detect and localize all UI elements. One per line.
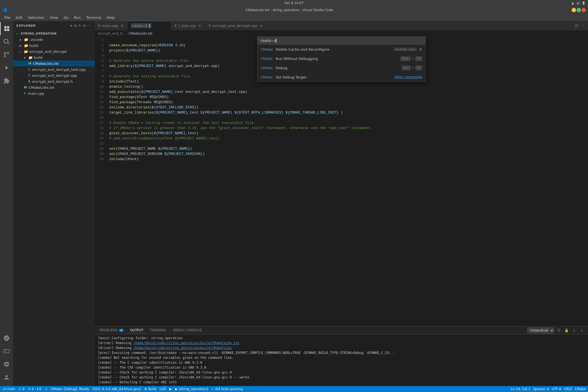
- activity-extensions[interactable]: [0, 74, 13, 87]
- status-language[interactable]: CMake: [575, 387, 586, 391]
- line-numbers: 1 2 3 4 5 6 7 8 9 10 11 12 13 14 15 16 1…: [95, 36, 107, 326]
- menu-file[interactable]: File: [2, 15, 13, 20]
- other-commands-link[interactable]: other commands: [394, 75, 422, 79]
- tab-encrypt-cpp[interactable]: C encrypt_and_decrypt.cpp ×: [206, 21, 267, 30]
- panel-close-btn[interactable]: ×: [579, 327, 585, 333]
- main-cpp-icon: C: [24, 92, 26, 95]
- activity-source-control[interactable]: [0, 48, 13, 61]
- settings-gear-icon: [3, 361, 10, 367]
- split-editor-button[interactable]: ⊟: [573, 22, 580, 29]
- cmake-status-label: CMake: [Debug]: Ready: [51, 387, 89, 391]
- cmd1-name-text: Delete Cache and Reconfigure: [276, 47, 330, 51]
- command-palette[interactable]: cmake:d CMake: Delete Cache and Reconfig…: [257, 36, 426, 82]
- sidebar-item-encrypt-h[interactable]: ▶ C encrypt_and_decrypt.h: [13, 78, 95, 84]
- tab-main-cpp-close[interactable]: ×: [120, 23, 124, 28]
- command-item-set-debug-target[interactable]: CMake: Set Debug Target other commands: [257, 72, 425, 82]
- status-spaces[interactable]: Spaces: 4: [533, 387, 549, 391]
- menu-go[interactable]: Go: [62, 15, 71, 20]
- activity-explorer[interactable]: [0, 22, 13, 35]
- collapse-icon[interactable]: ⊟: [83, 24, 86, 27]
- sidebar-item-encrypt-cpp[interactable]: ▶ C encrypt_and_decrypt.cpp: [13, 72, 95, 78]
- new-file-icon[interactable]: ⊕: [70, 24, 72, 27]
- menu-help[interactable]: Help: [105, 15, 117, 20]
- sidebar-item-build[interactable]: ▶ 📁 build: [13, 42, 95, 48]
- activity-search[interactable]: [0, 35, 13, 48]
- activity-docker[interactable]: [0, 332, 13, 345]
- cmd3-shortcut: Ctrl + F5: [402, 66, 422, 70]
- activity-account[interactable]: [0, 371, 13, 384]
- panel-link-2[interactable]: /home/david/code/string_operation/build/…: [133, 346, 232, 350]
- refresh-icon[interactable]: ↻: [79, 24, 81, 27]
- status-cmake-ready[interactable]: CMake: [Debug]: Ready: [51, 387, 89, 391]
- sidebar-item-test-cpp[interactable]: ▶ C encrypt_and_decrypt_test.cpp: [13, 66, 95, 72]
- cmd4-name-text: Set Debug Target: [276, 75, 307, 79]
- sidebar-item-cmakelists[interactable]: ▶ M CMakeLists.txt: [13, 60, 95, 66]
- status-gcc[interactable]: [GCC 9.3.0 x86_64-linux-gnu]: [93, 387, 141, 391]
- menu-view[interactable]: View: [48, 15, 60, 20]
- status-tests[interactable]: ✓ 4/4 tests passing: [211, 387, 243, 391]
- code-editor[interactable]: 1 2 3 4 5 6 7 8 9 10 11 12 13 14 15 16 1…: [95, 36, 588, 326]
- encrypt-folder-icon: 📂: [24, 50, 28, 54]
- tab-cmake-input[interactable]: cmake:d: [128, 21, 171, 30]
- status-sync[interactable]: ↓: [45, 387, 47, 391]
- output-source-select[interactable]: CMake/Build: [527, 327, 554, 333]
- panel-link-1[interactable]: /home/david/code/string_operation/build/…: [133, 341, 240, 345]
- panel-list-view-btn[interactable]: ☰: [556, 327, 562, 333]
- status-cursor-pos[interactable]: Ln 24, Col 1: [511, 387, 531, 391]
- status-run-target[interactable]: ▶ [string_operation]: [175, 387, 208, 391]
- status-eol[interactable]: CRLF: [564, 387, 572, 391]
- activity-run[interactable]: [0, 61, 13, 74]
- breadcrumb: encrypt_and_d... › CMakeLists.txt: [95, 30, 588, 36]
- breadcrumb-part2[interactable]: CMakeLists.txt: [128, 32, 152, 35]
- command-item-debug[interactable]: CMake: Debug Ctrl + F5: [257, 63, 425, 72]
- sidebar-item-root-cmake[interactable]: ▶ M CMakeLists.txt: [13, 84, 95, 90]
- ellipsis-icon[interactable]: ···: [87, 24, 91, 27]
- close-button[interactable]: ×: [581, 8, 586, 12]
- tab-encrypt-close[interactable]: ×: [259, 23, 264, 28]
- panel-lock-btn[interactable]: 🔒: [564, 327, 569, 333]
- menu-edit[interactable]: Edit: [14, 15, 25, 20]
- new-folder-icon[interactable]: ⊞: [74, 24, 77, 27]
- sidebar-root[interactable]: ▾ STRING_OPERATION: [13, 30, 95, 36]
- cmd1-gear[interactable]: ⚙: [419, 47, 422, 51]
- more-actions-button[interactable]: ···: [580, 22, 587, 29]
- status-branch[interactable]: ⎇ main: [2, 387, 15, 391]
- svg-point-2: [4, 52, 6, 54]
- sidebar-item-encrypt-decrypt[interactable]: ▾ 📂 encrypt_and_decrypt: [13, 48, 95, 54]
- command-item-run-without-debug[interactable]: CMake: Run Without Debugging Shift + F5: [257, 54, 425, 63]
- command-item-delete-cache[interactable]: CMake: Delete Cache and Reconfigure rece…: [257, 45, 425, 54]
- minimap: [574, 36, 588, 326]
- sidebar-item-inner-build[interactable]: ▶ 📁 build: [13, 54, 95, 60]
- panel-tab-output[interactable]: OUTPUT: [127, 327, 146, 333]
- tab-test-cpp[interactable]: C t_test.cpp ×: [171, 21, 205, 30]
- command-palette-input-tab[interactable]: cmake:d: [131, 23, 151, 28]
- maximize-button[interactable]: +: [577, 8, 581, 12]
- language-label: CMake: [575, 387, 586, 391]
- cmd2-kbd2: F5: [415, 56, 422, 61]
- status-warnings[interactable]: ⚠ 0: [19, 387, 24, 391]
- status-target[interactable]: [all]: [160, 387, 166, 391]
- panel-line-5: [cmake] Not searching for unused variabl…: [98, 355, 585, 360]
- panel-up-btn[interactable]: ∧: [571, 327, 577, 333]
- panel-tab-debug-console[interactable]: DEBUG CONSOLE: [170, 327, 204, 333]
- panel-tab-terminal[interactable]: TERMINAL: [147, 327, 169, 333]
- activity-settings[interactable]: [0, 358, 13, 371]
- status-info[interactable]: ℹ 0: [37, 387, 41, 391]
- encoding-label: UTF-8: [552, 387, 561, 391]
- status-play[interactable]: ▶: [169, 387, 172, 391]
- panel-tab-problems[interactable]: PROBLEMS 4: [97, 327, 126, 333]
- code-line-19: gtest_discover_tests(${PROJECT_NAME}_tes…: [107, 131, 574, 136]
- tab-test-close[interactable]: ×: [198, 23, 202, 28]
- breadcrumb-part1[interactable]: encrypt_and_d...: [98, 32, 125, 35]
- menu-run[interactable]: Run: [72, 15, 83, 20]
- status-errors[interactable]: ✕ 0: [28, 387, 34, 391]
- menu-selection[interactable]: Selection: [26, 15, 47, 20]
- status-build[interactable]: ⚙ Build: [144, 387, 157, 391]
- activity-ssd[interactable]: [0, 345, 13, 358]
- minimize-button[interactable]: −: [572, 8, 576, 12]
- tab-main-cpp[interactable]: C main.cpp ×: [95, 21, 128, 30]
- status-encoding[interactable]: UTF-8: [552, 387, 561, 391]
- sidebar-item-vscode[interactable]: ▶ 📁 .vscode: [13, 36, 95, 42]
- sidebar-item-main-cpp[interactable]: ▶ C main.cpp: [13, 90, 95, 96]
- menu-terminal[interactable]: Terminal: [84, 15, 103, 20]
